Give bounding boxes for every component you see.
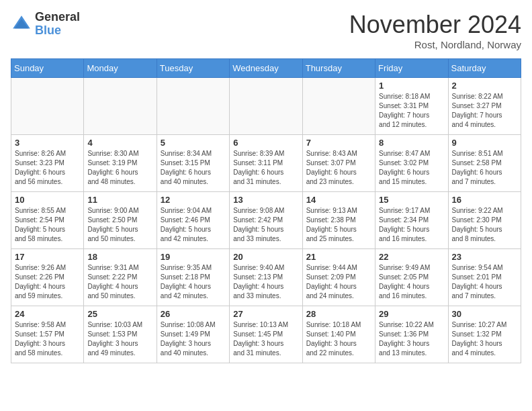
day-number: 8 [379,138,444,148]
day-number: 15 [379,195,444,205]
calendar-cell: 3Sunrise: 8:26 AM Sunset: 3:23 PM Daylig… [11,135,84,192]
day-number: 28 [306,309,371,319]
location: Rost, Nordland, Norway [349,39,521,50]
day-info: Sunrise: 9:17 AM Sunset: 2:34 PM Dayligh… [379,206,444,244]
day-info: Sunrise: 8:39 AM Sunset: 3:11 PM Dayligh… [233,149,298,187]
day-number: 4 [87,138,152,148]
day-number: 24 [15,309,80,319]
day-number: 7 [306,138,371,148]
calendar-cell: 13Sunrise: 9:08 AM Sunset: 2:42 PM Dayli… [230,192,302,249]
calendar-cell: 20Sunrise: 9:40 AM Sunset: 2:13 PM Dayli… [230,249,302,306]
calendar-cell: 17Sunrise: 9:26 AM Sunset: 2:26 PM Dayli… [11,249,84,306]
calendar-cell: 2Sunrise: 8:22 AM Sunset: 3:27 PM Daylig… [448,78,521,135]
day-info: Sunrise: 9:58 AM Sunset: 1:57 PM Dayligh… [15,320,80,358]
calendar-cell: 9Sunrise: 8:51 AM Sunset: 2:58 PM Daylig… [448,135,521,192]
day-info: Sunrise: 8:26 AM Sunset: 3:23 PM Dayligh… [15,149,80,187]
day-info: Sunrise: 10:03 AM Sunset: 1:53 PM Daylig… [87,320,152,358]
day-number: 10 [15,195,80,205]
day-info: Sunrise: 9:40 AM Sunset: 2:13 PM Dayligh… [233,263,298,301]
day-info: Sunrise: 9:13 AM Sunset: 2:38 PM Dayligh… [306,206,371,244]
calendar-cell: 4Sunrise: 8:30 AM Sunset: 3:19 PM Daylig… [84,135,157,192]
calendar-cell: 26Sunrise: 10:08 AM Sunset: 1:49 PM Dayl… [157,306,229,363]
calendar-cell: 10Sunrise: 8:55 AM Sunset: 2:54 PM Dayli… [11,192,84,249]
day-number: 17 [15,252,80,262]
day-number: 16 [452,195,517,205]
day-info: Sunrise: 8:30 AM Sunset: 3:19 PM Dayligh… [87,149,152,187]
logo-general: General [35,11,80,24]
day-number: 2 [452,81,517,91]
weekday-header-friday: Friday [375,59,448,78]
day-number: 9 [452,138,517,148]
weekday-header-wednesday: Wednesday [230,59,302,78]
week-row-3: 10Sunrise: 8:55 AM Sunset: 2:54 PM Dayli… [11,192,521,249]
weekday-header-saturday: Saturday [448,59,521,78]
day-number: 1 [379,81,444,91]
day-info: Sunrise: 10:08 AM Sunset: 1:49 PM Daylig… [161,320,226,358]
day-info: Sunrise: 9:54 AM Sunset: 2:01 PM Dayligh… [452,263,517,301]
day-number: 27 [233,309,298,319]
calendar-cell: 6Sunrise: 8:39 AM Sunset: 3:11 PM Daylig… [230,135,302,192]
day-info: Sunrise: 8:47 AM Sunset: 3:02 PM Dayligh… [379,149,444,187]
week-row-4: 17Sunrise: 9:26 AM Sunset: 2:26 PM Dayli… [11,249,521,306]
calendar-cell: 25Sunrise: 10:03 AM Sunset: 1:53 PM Dayl… [84,306,157,363]
day-number: 30 [452,309,517,319]
day-number: 25 [87,309,152,319]
day-info: Sunrise: 10:22 AM Sunset: 1:36 PM Daylig… [379,320,444,358]
day-number: 13 [233,195,298,205]
day-number: 29 [379,309,444,319]
day-number: 12 [161,195,226,205]
calendar-cell: 12Sunrise: 9:04 AM Sunset: 2:46 PM Dayli… [157,192,229,249]
day-info: Sunrise: 8:55 AM Sunset: 2:54 PM Dayligh… [15,206,80,244]
calendar-cell: 18Sunrise: 9:31 AM Sunset: 2:22 PM Dayli… [84,249,157,306]
week-row-1: 1Sunrise: 8:18 AM Sunset: 3:31 PM Daylig… [11,78,521,135]
day-info: Sunrise: 9:49 AM Sunset: 2:05 PM Dayligh… [379,263,444,301]
calendar-cell [84,78,157,135]
day-number: 22 [379,252,444,262]
day-info: Sunrise: 8:43 AM Sunset: 3:07 PM Dayligh… [306,149,371,187]
weekday-header-thursday: Thursday [302,59,375,78]
day-info: Sunrise: 9:26 AM Sunset: 2:26 PM Dayligh… [15,263,80,301]
calendar-cell: 19Sunrise: 9:35 AM Sunset: 2:18 PM Dayli… [157,249,229,306]
calendar-table: SundayMondayTuesdayWednesdayThursdayFrid… [11,58,521,363]
day-number: 11 [87,195,152,205]
weekday-header-row: SundayMondayTuesdayWednesdayThursdayFrid… [11,59,521,78]
day-info: Sunrise: 9:04 AM Sunset: 2:46 PM Dayligh… [161,206,226,244]
week-row-2: 3Sunrise: 8:26 AM Sunset: 3:23 PM Daylig… [11,135,521,192]
calendar-cell [302,78,375,135]
day-info: Sunrise: 8:22 AM Sunset: 3:27 PM Dayligh… [452,92,517,130]
calendar-cell: 14Sunrise: 9:13 AM Sunset: 2:38 PM Dayli… [302,192,375,249]
title-block: November 2024 Rost, Nordland, Norway [349,11,521,50]
calendar-cell: 7Sunrise: 8:43 AM Sunset: 3:07 PM Daylig… [302,135,375,192]
day-number: 6 [233,138,298,148]
calendar-cell: 30Sunrise: 10:27 AM Sunset: 1:32 PM Dayl… [448,306,521,363]
logo-text: General Blue [35,11,80,38]
month-title: November 2024 [349,11,521,39]
weekday-header-monday: Monday [84,59,157,78]
day-number: 19 [161,252,226,262]
calendar-cell [157,78,229,135]
day-info: Sunrise: 8:51 AM Sunset: 2:58 PM Dayligh… [452,149,517,187]
calendar-cell: 28Sunrise: 10:18 AM Sunset: 1:40 PM Dayl… [302,306,375,363]
day-number: 20 [233,252,298,262]
day-info: Sunrise: 9:08 AM Sunset: 2:42 PM Dayligh… [233,206,298,244]
day-info: Sunrise: 9:00 AM Sunset: 2:50 PM Dayligh… [87,206,152,244]
day-number: 18 [87,252,152,262]
day-number: 14 [306,195,371,205]
day-info: Sunrise: 10:27 AM Sunset: 1:32 PM Daylig… [452,320,517,358]
day-info: Sunrise: 9:44 AM Sunset: 2:09 PM Dayligh… [306,263,371,301]
day-number: 26 [161,309,226,319]
page-header: General Blue November 2024 Rost, Nordlan… [11,11,521,50]
day-number: 3 [15,138,80,148]
logo: General Blue [11,11,80,38]
day-info: Sunrise: 9:22 AM Sunset: 2:30 PM Dayligh… [452,206,517,244]
calendar-cell: 5Sunrise: 8:34 AM Sunset: 3:15 PM Daylig… [157,135,229,192]
calendar-cell: 24Sunrise: 9:58 AM Sunset: 1:57 PM Dayli… [11,306,84,363]
calendar-cell: 16Sunrise: 9:22 AM Sunset: 2:30 PM Dayli… [448,192,521,249]
day-info: Sunrise: 10:13 AM Sunset: 1:45 PM Daylig… [233,320,298,358]
day-info: Sunrise: 8:18 AM Sunset: 3:31 PM Dayligh… [379,92,444,130]
day-info: Sunrise: 9:35 AM Sunset: 2:18 PM Dayligh… [161,263,226,301]
day-info: Sunrise: 8:34 AM Sunset: 3:15 PM Dayligh… [161,149,226,187]
day-number: 5 [161,138,226,148]
day-number: 23 [452,252,517,262]
calendar-cell: 21Sunrise: 9:44 AM Sunset: 2:09 PM Dayli… [302,249,375,306]
